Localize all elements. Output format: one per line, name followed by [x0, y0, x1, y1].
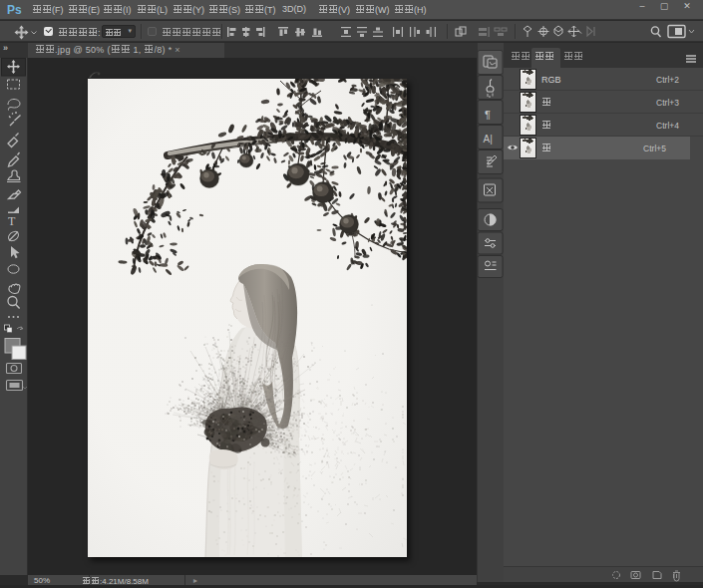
svg-text:¶: ¶ [485, 109, 491, 121]
svg-text:T: T [8, 214, 16, 228]
svg-text:A|: A| [484, 134, 493, 145]
